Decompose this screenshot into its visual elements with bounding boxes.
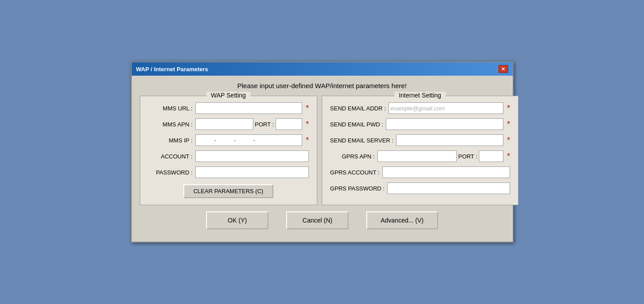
mms-ip-seg3[interactable] [236,137,252,144]
gprs-apn-input[interactable] [377,150,457,162]
main-window: WAP / Internet Parameters ✕ Please input… [131,61,514,243]
gprs-apn-required: * [507,152,510,160]
mms-ip-group: · · · [195,134,303,146]
send-email-addr-required: * [507,104,510,112]
mms-ip-required: * [306,136,308,144]
wap-port-input[interactable] [275,118,302,130]
close-button[interactable]: ✕ [498,65,508,73]
send-email-pwd-required: * [507,120,510,128]
account-label: ACCOUNT : [148,153,193,160]
wap-panel: WAP Setting MMS URL : * MMS APN : PORT :… [140,96,317,205]
ip-dot-3: · [253,137,255,144]
wap-legend: WAP Setting [207,92,251,99]
mms-ip-seg2[interactable] [217,137,233,144]
window-title: WAP / Internet Parameters [136,66,208,73]
gprs-apn-row: GPRS APN : PORT : * [330,150,510,162]
send-email-server-row: SEND EMAIL SERVER : * [330,134,510,146]
window-content: Please input user-defined WAP/internet p… [132,76,513,242]
gprs-port-input[interactable] [479,150,503,162]
gprs-port-label: PORT : [458,153,478,160]
gprs-account-row: GPRS ACCOUNT : [330,166,510,178]
gprs-account-input[interactable] [382,166,510,178]
cancel-button[interactable]: Cancel (N) [286,211,348,229]
title-bar: WAP / Internet Parameters ✕ [132,62,513,76]
mms-apn-group: PORT : [195,118,303,130]
mms-apn-required: * [306,120,308,128]
internet-panel: Internet Setting SEND EMAIL ADDR : * SEN… [322,96,518,205]
mms-url-input[interactable] [195,102,303,114]
password-row: PASSWORD : [148,166,309,178]
mms-url-row: MMS URL : * [148,102,309,114]
send-email-addr-row: SEND EMAIL ADDR : * [330,102,510,114]
mms-ip-seg4[interactable] [256,137,272,144]
account-row: ACCOUNT : [148,150,309,162]
password-label: PASSWORD : [148,169,193,176]
send-email-addr-input[interactable] [389,102,504,114]
send-email-pwd-input[interactable] [386,118,503,130]
send-email-server-label: SEND EMAIL SERVER : [330,137,393,144]
password-input[interactable] [195,166,309,178]
mms-url-required: * [306,104,308,112]
mms-apn-input[interactable] [195,118,253,130]
gprs-password-input[interactable] [387,182,510,194]
mms-apn-label: MMS APN : [148,121,193,128]
ip-dot-1: · [215,137,216,144]
clear-parameters-button[interactable]: CLEAR PARAMETERS (C) [183,184,273,198]
send-email-addr-label: SEND EMAIL ADDR : [330,105,386,112]
mms-ip-row: MMS IP : · · · * [148,134,309,146]
gprs-password-row: GPRS PASSWORD : [330,182,510,194]
gprs-password-label: GPRS PASSWORD : [330,185,385,192]
header-text: Please input user-defined WAP/internet p… [140,82,505,89]
ok-button[interactable]: OK (Y) [206,211,268,229]
footer-row: OK (Y) Cancel (N) Advanced... (V) [140,205,505,235]
gprs-apn-label: GPRS APN : [330,153,375,160]
send-email-server-input[interactable] [396,134,504,146]
send-email-server-required: * [507,136,510,144]
clear-btn-container: CLEAR PARAMETERS (C) [148,184,309,198]
mms-ip-label: MMS IP : [148,137,193,144]
advanced-button[interactable]: Advanced... (V) [366,211,438,229]
mms-apn-row: MMS APN : PORT : * [148,118,309,130]
account-input[interactable] [195,150,309,162]
mms-ip-seg1[interactable] [198,137,214,144]
gprs-apn-group: PORT : [377,150,504,162]
wap-port-label: PORT : [255,121,274,128]
mms-url-label: MMS URL : [148,105,193,112]
panels-row: WAP Setting MMS URL : * MMS APN : PORT :… [140,96,505,205]
ip-dot-2: · [234,137,235,144]
internet-legend: Internet Setting [394,92,446,99]
send-email-pwd-label: SEND EMAIL PWD : [330,121,383,128]
send-email-pwd-row: SEND EMAIL PWD : * [330,118,510,130]
gprs-account-label: GPRS ACCOUNT : [330,169,380,176]
